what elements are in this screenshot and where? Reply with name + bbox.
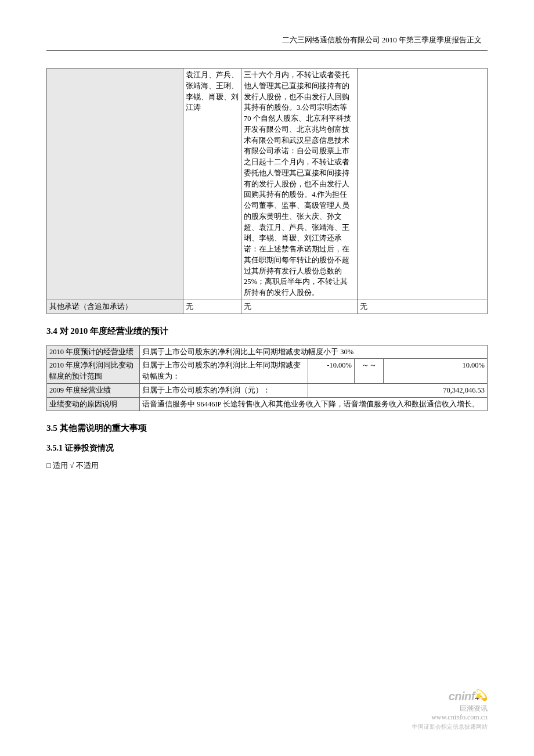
forecast-label: 2009 年度经营业绩 [47, 383, 140, 397]
swirl-icon: 💫 [475, 689, 488, 701]
forecast-tilde: ～～ [355, 359, 384, 384]
forecast-label: 2010 年度预计的经营业绩 [47, 345, 140, 359]
forecast-value: 归属于上市公司股东的净利润比上年同期增减变动幅度小于 30% [140, 345, 488, 359]
table-row: 袁江月、芦兵、张靖海、王琍、李锐、肖瑷、刘江涛 三十六个月内，不转让或者委托他人… [47, 69, 488, 300]
forecast-value: 归属于上市公司股东的净利润（元）： [140, 383, 308, 397]
forecast-high: 10.00% [384, 359, 488, 384]
table-cell: 无 [358, 300, 488, 314]
table-row: 2010 年度净利润同比变动幅度的预计范围 归属于上市公司股东的净利润比上年同期… [47, 359, 488, 384]
applicability-checkbox: □ 适用 √ 不适用 [46, 460, 488, 471]
footer-url: www.cninfo.com.cn [431, 713, 488, 721]
table-row: 2009 年度经营业绩 归属于上市公司股东的净利润（元）： 70,342,046… [47, 383, 488, 397]
table-row: 业绩变动的原因说明 语音通信服务中 96446IP 长途转售收入和其他业务收入下… [47, 397, 488, 411]
table-cell-names: 袁江月、芦兵、张靖海、王琍、李锐、肖瑷、刘江涛 [183, 69, 241, 300]
forecast-label: 业绩变动的原因说明 [47, 397, 140, 411]
table-cell: 无 [183, 300, 241, 314]
table-cell [358, 69, 488, 300]
table-cell: 无 [241, 300, 358, 314]
footer-cn-text: 中国证监会指定信息披露网站 [412, 723, 488, 730]
table-cell [47, 69, 183, 300]
table-cell-other-commitment: 其他承诺（含追加承诺） [47, 300, 183, 314]
forecast-table: 2010 年度预计的经营业绩 归属于上市公司股东的净利润比上年同期增减变动幅度小… [46, 345, 488, 412]
footer-sub-brand: 巨潮资讯 [460, 704, 488, 712]
forecast-number: 70,342,046.53 [308, 383, 488, 397]
table-cell-commitment: 三十六个月内，不转让或者委托他人管理其已直接和间接持有的发行人股份，也不由发行人… [241, 69, 358, 300]
page-header: 二六三网络通信股份有限公司 2010 年第三季度季度报告正文 [46, 35, 488, 45]
header-divider [46, 50, 488, 51]
forecast-low: -10.00% [308, 359, 355, 384]
forecast-value: 语音通信服务中 96446IP 长途转售收入和其他业务收入下降，语音增值服务收入… [140, 397, 488, 411]
section-3-5-1-title: 3.5.1 证券投资情况 [46, 443, 488, 453]
table-row: 其他承诺（含追加承诺） 无 无 无 [47, 300, 488, 314]
section-3-5-title: 3.5 其他需说明的重大事项 [46, 423, 488, 434]
commitment-table: 袁江月、芦兵、张靖海、王琍、李锐、肖瑷、刘江涛 三十六个月内，不转让或者委托他人… [46, 68, 488, 314]
footer-logo: cninf💫 巨潮资讯 www.cninfo.com.cn 中国证监会指定信息披… [412, 689, 488, 730]
forecast-label: 2010 年度净利润同比变动幅度的预计范围 [47, 359, 140, 384]
forecast-value: 归属于上市公司股东的净利润比上年同期增减变动幅度为： [140, 359, 308, 384]
table-row: 2010 年度预计的经营业绩 归属于上市公司股东的净利润比上年同期增减变动幅度小… [47, 345, 488, 359]
footer-brand: cninf [449, 690, 475, 703]
section-3-4-title: 3.4 对 2010 年度经营业绩的预计 [46, 326, 488, 337]
